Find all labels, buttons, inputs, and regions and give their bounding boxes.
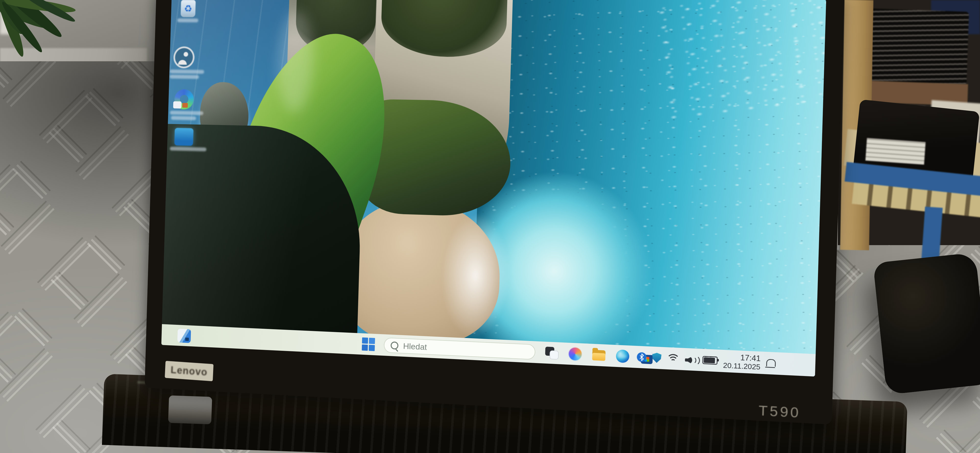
widgets-icon <box>185 338 189 341</box>
task-view-button[interactable] <box>544 346 559 360</box>
notifications-bell-icon[interactable] <box>766 359 776 367</box>
tray-clock[interactable]: 17:41 20.11.2025 <box>723 352 761 372</box>
blue-tile-icon <box>174 128 193 146</box>
search-input[interactable] <box>402 341 506 356</box>
model-label: T590 <box>759 402 801 421</box>
device-label-sticker <box>865 138 926 165</box>
tray-time: 17:41 <box>740 353 761 363</box>
desktop-icon-user-app[interactable] <box>170 46 198 79</box>
wifi-icon[interactable] <box>667 354 679 363</box>
icon-label-blur <box>171 116 196 120</box>
desktop-icon-recycle-bin[interactable]: ♻ <box>174 0 202 22</box>
task-view-icon <box>550 351 558 359</box>
photo-scene: Lenovo T590 <box>0 0 980 453</box>
windows-desktop: ♻ <box>161 0 826 376</box>
wallpaper <box>161 0 826 376</box>
file-explorer-icon <box>592 353 605 361</box>
laptop-display: Lenovo T590 <box>144 0 845 440</box>
edge-button[interactable] <box>616 349 630 364</box>
battery-icon[interactable] <box>702 356 718 365</box>
edge-icon <box>616 349 629 363</box>
search-icon <box>391 341 398 349</box>
display-bezel: Lenovo T590 <box>145 0 845 424</box>
color-wheel-icon-detail <box>174 101 194 110</box>
icon-label-blur <box>170 75 199 79</box>
windows-logo-icon <box>369 338 375 344</box>
icon-label-blur <box>170 69 204 74</box>
brand-label: Lenovo <box>170 364 208 378</box>
warning-triangle-icon <box>660 359 665 364</box>
icon-label-blur <box>177 18 199 22</box>
security-warning-icon[interactable] <box>652 353 662 363</box>
lenovo-logo: Lenovo <box>165 361 213 381</box>
file-explorer-button[interactable] <box>592 348 606 362</box>
search-box[interactable] <box>384 338 535 360</box>
copilot-button[interactable] <box>568 347 582 361</box>
start-button[interactable] <box>362 337 375 351</box>
screen-glare <box>161 0 826 376</box>
windows-logo-icon <box>362 337 368 344</box>
user-circle-icon <box>173 46 195 69</box>
recycle-bin-icon: ♻ <box>181 0 196 17</box>
widgets-button[interactable] <box>177 329 191 343</box>
tray-date: 20.11.2025 <box>723 361 760 372</box>
windows-logo-icon <box>369 345 375 351</box>
icon-label-blur <box>170 111 204 115</box>
windows-logo-icon <box>362 345 368 351</box>
bluetooth-icon[interactable] <box>637 352 647 362</box>
desktop-icon-color-wheel-app[interactable] <box>170 89 198 120</box>
desktop-icon-blue-document-app[interactable] <box>170 128 198 151</box>
plant-leaves <box>0 0 123 83</box>
copilot-icon <box>568 347 582 360</box>
volume-icon[interactable] <box>685 355 697 364</box>
dark-object <box>873 252 980 395</box>
